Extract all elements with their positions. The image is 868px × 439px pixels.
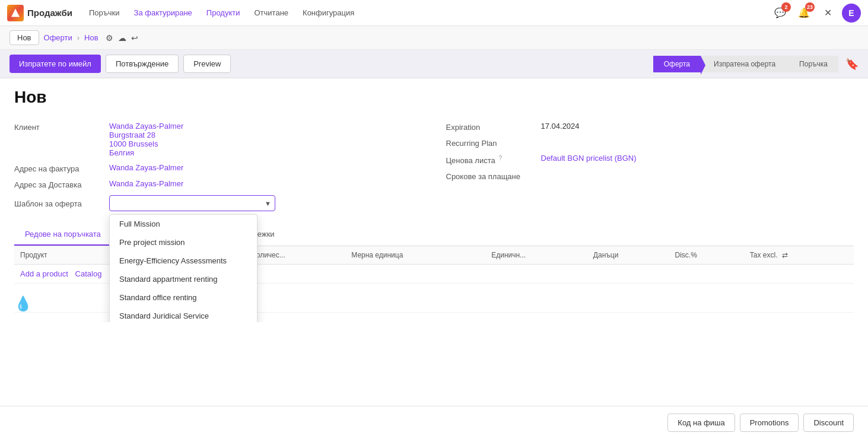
client-name[interactable]: Wanda Zayas-Palmer	[109, 122, 183, 131]
cloud-icon[interactable]: ☁	[118, 33, 126, 43]
tab-order-lines[interactable]: Редове на поръчката	[14, 224, 112, 246]
col-taxes: Данъци	[587, 246, 669, 265]
invoice-address-label: Адрес на фактура	[14, 163, 109, 173]
undo-icon[interactable]: ↩	[131, 33, 138, 43]
status-pipeline: Оферта Изпратена оферта Поръчка	[653, 56, 838, 72]
status-step-order[interactable]: Поръчка	[786, 56, 838, 72]
expiration-value[interactable]: 17.04.2024	[541, 122, 580, 131]
invoice-address-value[interactable]: Wanda Zayas-Palmer	[109, 163, 183, 172]
template-row: Шаблон за оферта ▼ Full Mission Pre proj…	[14, 192, 422, 214]
breadcrumb-bar: Нов Оферти › Нов ⚙ ☁ ↩	[0, 26, 868, 50]
col-tax-excl: Tax excl. ⇄	[744, 246, 854, 265]
app-logo-icon	[7, 5, 24, 21]
pricelist-help: ?	[498, 155, 502, 161]
close-btn[interactable]: ✕	[818, 4, 837, 23]
top-nav: Продажби Поръчки За фактуриране Продукти…	[0, 0, 868, 26]
nav-invoicing[interactable]: За фактуриране	[127, 0, 199, 26]
dropdown-item-3[interactable]: Standard appartment renting	[110, 270, 257, 288]
status-step-sent[interactable]: Изпратена оферта	[701, 56, 786, 72]
action-bar-left: Изпратете по имейл Потвърждение Preview	[9, 55, 231, 73]
catalog-link[interactable]: Catalog	[75, 269, 102, 278]
client-row: Клиент Wanda Zayas-Palmer Burgstraat 28 …	[14, 119, 422, 160]
recurring-plan-label: Recurring Plan	[446, 138, 541, 148]
template-label: Шаблон за оферта	[14, 198, 109, 208]
pricelist-row: Ценова листа ? Default BGN pricelist (BG…	[446, 151, 854, 168]
dropdown-item-0[interactable]: Full Mission	[110, 215, 257, 233]
invoice-address-row: Адрес на фактура Wanda Zayas-Palmer	[14, 160, 422, 176]
breadcrumb-current: Нов	[84, 33, 98, 42]
send-email-button[interactable]: Изпратете по имейл	[9, 55, 101, 73]
client-country: Белгия	[109, 148, 183, 157]
delivery-address-label: Адрес за Доставка	[14, 179, 109, 189]
dropdown-item-4[interactable]: Standard office renting	[110, 288, 257, 307]
dropdown-item-2[interactable]: Energy-Efficiency Assessments	[110, 252, 257, 270]
payment-terms-row: Срокове за плащане	[446, 168, 854, 184]
col-qty: Количес...	[246, 246, 346, 265]
messages-btn[interactable]: 💬 2	[771, 4, 790, 23]
breadcrumb-separator: ›	[77, 33, 80, 42]
app-logo: Продажби	[7, 5, 72, 21]
expiration-row: Expiration 17.04.2024	[446, 119, 854, 135]
new-button[interactable]: Нов	[9, 30, 39, 45]
app-name: Продажби	[27, 8, 72, 18]
delivery-address-row: Адрес за Доставка Wanda Zayas-Palmer	[14, 176, 422, 192]
confirm-button[interactable]: Потвърждение	[106, 55, 179, 73]
template-dropdown: Full Mission Pre project mission Energy-…	[109, 214, 257, 322]
recurring-plan-row: Recurring Plan	[446, 135, 854, 151]
client-address2: 1000 Brussels	[109, 139, 183, 148]
notifications-btn[interactable]: 🔔 23	[794, 4, 813, 23]
nav-right: 💬 2 🔔 23 ✕ E	[771, 4, 861, 23]
delivery-address-value[interactable]: Wanda Zayas-Palmer	[109, 179, 183, 188]
nav-configuration[interactable]: Конфигурация	[295, 0, 361, 26]
pricelist-value[interactable]: Default BGN pricelist (BGN)	[541, 154, 637, 163]
adjust-columns-icon[interactable]: ⇄	[782, 251, 788, 259]
notifications-badge: 23	[805, 2, 815, 12]
dropdown-item-5[interactable]: Standard Juridical Service	[110, 307, 257, 322]
col-unit: Мерна единица	[345, 246, 485, 265]
client-address1: Burgstraat 28	[109, 131, 183, 139]
payment-terms-label: Срокове за плащане	[446, 171, 541, 181]
col-unit-price: Единичн...	[485, 246, 587, 265]
action-bar: Изпратете по имейл Потвърждение Preview …	[0, 50, 868, 78]
main-content: Нов Клиент Wanda Zayas-Palmer Burgstraat…	[0, 78, 868, 322]
client-label: Клиент	[14, 122, 109, 132]
close-icon: ✕	[824, 7, 832, 18]
nav-products[interactable]: Продукти	[199, 0, 247, 26]
template-input[interactable]	[110, 196, 261, 211]
expiration-label: Expiration	[446, 122, 541, 132]
chevron-down-icon[interactable]: ▼	[261, 200, 275, 207]
breadcrumb-link[interactable]: Оферти	[44, 33, 72, 42]
form-title: Нов	[14, 88, 854, 107]
pricelist-label: Ценова листа ?	[446, 154, 541, 165]
template-input-wrap[interactable]: ▼	[109, 195, 275, 211]
form-grid: Клиент Wanda Zayas-Palmer Burgstraat 28 …	[14, 119, 854, 214]
dropdown-item-1[interactable]: Pre project mission	[110, 233, 257, 252]
user-avatar[interactable]: E	[842, 4, 861, 23]
breadcrumb-icons: ⚙ ☁ ↩	[106, 33, 138, 43]
drop-icon: 💧	[14, 295, 32, 311]
col-disc: Disc.%	[669, 246, 744, 265]
bookmark-icon[interactable]: 🔖	[845, 58, 859, 71]
nav-reporting[interactable]: Отчитане	[247, 0, 296, 26]
add-product-link[interactable]: Add a product	[20, 269, 68, 278]
settings-icon[interactable]: ⚙	[106, 33, 113, 43]
status-step-offer[interactable]: Оферта	[653, 56, 701, 72]
messages-badge: 2	[781, 2, 791, 12]
nav-orders[interactable]: Поръчки	[82, 0, 127, 26]
preview-button[interactable]: Preview	[183, 55, 231, 73]
